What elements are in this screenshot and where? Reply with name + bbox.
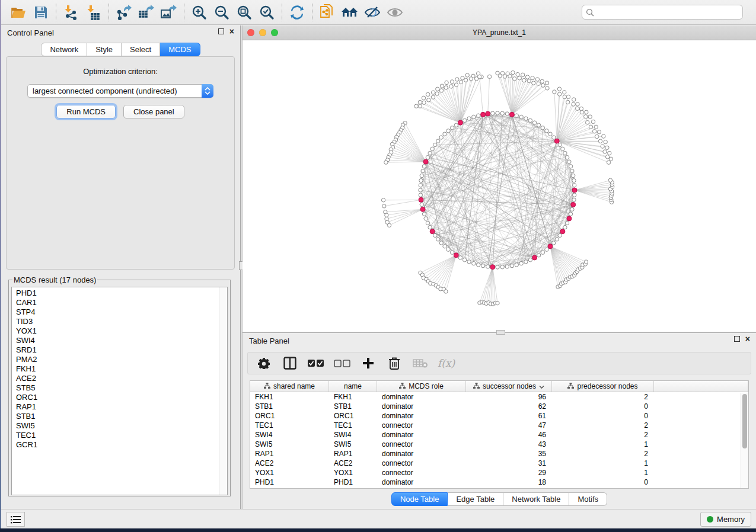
export-table-icon[interactable] xyxy=(135,2,158,23)
mcds-result-item[interactable]: TID3 xyxy=(16,317,219,326)
close-panel-icon[interactable]: × xyxy=(229,28,234,34)
tab-style[interactable]: Style xyxy=(87,43,122,56)
table-row[interactable]: YOX1YOX1connector291 xyxy=(250,468,748,477)
mcds-result-item[interactable]: PMA2 xyxy=(16,355,219,364)
mcds-result-item[interactable]: SWI4 xyxy=(16,336,219,345)
table-cell: PHD1 xyxy=(250,477,329,487)
tab-mcds[interactable]: MCDS xyxy=(160,43,200,56)
search-input[interactable] xyxy=(597,8,739,17)
column-header-label: successor nodes xyxy=(483,382,536,390)
save-session-icon[interactable] xyxy=(30,2,52,23)
table-row[interactable]: SWI4SWI4dominator462 xyxy=(250,430,748,440)
hide-selected-eye-icon[interactable] xyxy=(361,2,384,23)
horizontal-splitter-handle[interactable] xyxy=(496,330,505,335)
float-panel-icon[interactable] xyxy=(218,28,224,34)
clone-network-icon[interactable] xyxy=(316,2,339,23)
column-header-predecessor-nodes[interactable]: predecessor nodes xyxy=(552,381,654,392)
zoom-fit-icon[interactable] xyxy=(233,2,256,23)
table-cell: SWI4 xyxy=(250,430,329,440)
float-table-panel-icon[interactable] xyxy=(734,336,740,342)
table-settings-gear-icon[interactable] xyxy=(255,355,273,371)
table-row[interactable]: FKH1FKH1dominator962 xyxy=(250,392,748,402)
show-eye-icon[interactable] xyxy=(384,2,406,23)
mcds-result-item[interactable]: SRD1 xyxy=(16,345,219,355)
table-row[interactable]: ORC1ORC1dominator610 xyxy=(250,411,748,421)
network-window-titlebar[interactable]: YPA_prune.txt_1 xyxy=(243,25,756,40)
table-cell: PHD1 xyxy=(329,477,377,487)
control-panel-title: Control Panel xyxy=(7,28,54,37)
import-network-icon[interactable] xyxy=(60,2,82,23)
criterion-dropdown[interactable]: largest connected component (undirected) xyxy=(27,84,213,98)
tab-node-table[interactable]: Node Table xyxy=(391,492,448,506)
column-type-tree-icon xyxy=(264,382,270,390)
table-row[interactable]: RAP1RAP1dominator352 xyxy=(250,449,748,459)
select-all-columns-icon[interactable] xyxy=(307,355,325,371)
column-header-shared-name[interactable]: shared name xyxy=(250,381,329,392)
run-mcds-button[interactable]: Run MCDS xyxy=(56,105,116,118)
tab-motifs[interactable]: Motifs xyxy=(569,492,607,506)
deselect-all-columns-icon[interactable] xyxy=(333,355,351,371)
add-column-icon[interactable] xyxy=(359,355,377,371)
mcds-result-item[interactable]: GCR1 xyxy=(16,440,219,450)
column-header-label: MCDS role xyxy=(409,382,444,390)
table-cell: 2 xyxy=(552,449,654,459)
houses-icon[interactable] xyxy=(339,2,361,23)
table-scrollbar[interactable] xyxy=(741,393,748,488)
memory-button[interactable]: Memory xyxy=(700,512,751,527)
show-columns-icon[interactable] xyxy=(281,355,299,371)
column-header-successor-nodes[interactable]: successor nodes xyxy=(466,381,552,392)
mcds-result-item[interactable]: STP4 xyxy=(16,307,219,317)
column-header-MCDS-role[interactable]: MCDS role xyxy=(377,381,466,392)
close-panel-button[interactable]: Close panel xyxy=(123,105,184,118)
export-image-icon[interactable] xyxy=(158,2,180,23)
close-table-panel-icon[interactable]: × xyxy=(745,336,750,342)
table-cell: connector xyxy=(377,468,466,477)
table-cell: SWI5 xyxy=(250,440,329,449)
table-cell: RAP1 xyxy=(329,449,377,459)
zoom-in-icon[interactable] xyxy=(188,2,210,23)
open-file-icon[interactable] xyxy=(7,2,30,23)
mcds-result-list[interactable]: PHD1CAR1STP4TID3YOX1SWI4SRD1PMA2FKH1ACE2… xyxy=(11,287,228,495)
tab-edge-table[interactable]: Edge Table xyxy=(448,492,503,506)
mcds-result-item[interactable]: PHD1 xyxy=(16,289,219,298)
table-row[interactable]: TEC1TEC1connector472 xyxy=(250,421,748,430)
column-header-name[interactable]: name xyxy=(329,381,377,392)
application-window: Control Panel × NetworkStyleSelectMCDS O… xyxy=(1,0,756,528)
tab-select[interactable]: Select xyxy=(122,43,160,56)
mcds-result-item[interactable]: SWI5 xyxy=(16,421,219,431)
mcds-result-item[interactable]: TEC1 xyxy=(16,431,219,440)
mcds-list-scrollbar[interactable] xyxy=(219,287,227,495)
import-table-icon[interactable] xyxy=(82,2,105,23)
network-canvas[interactable] xyxy=(243,40,756,332)
table-row[interactable]: STB1STB1dominator620 xyxy=(250,402,748,411)
table-row[interactable]: ACE2ACE2connector311 xyxy=(250,459,748,468)
table-scrollbar-thumb[interactable] xyxy=(742,394,747,448)
table-cell: dominator xyxy=(377,392,466,402)
export-network-icon[interactable] xyxy=(113,2,135,23)
table-row[interactable]: PHD1PHD1dominator180 xyxy=(250,477,748,487)
table-cell: TEC1 xyxy=(250,421,329,430)
delete-column-trash-icon[interactable] xyxy=(385,355,403,371)
zoom-selected-icon[interactable] xyxy=(256,2,278,23)
table-row[interactable]: SWI5SWI5connector431 xyxy=(250,440,748,449)
table-cell: 18 xyxy=(466,477,552,487)
mcds-result-item[interactable]: ORC1 xyxy=(16,393,219,402)
mcds-result-item[interactable]: RAP1 xyxy=(16,402,219,412)
table-cell: 31 xyxy=(466,459,552,468)
mcds-result-item[interactable]: YOX1 xyxy=(16,326,219,336)
mcds-result-item[interactable]: STB5 xyxy=(16,383,219,393)
tab-network[interactable]: Network xyxy=(41,43,87,56)
task-history-button[interactable] xyxy=(7,512,25,527)
main-toolbar xyxy=(1,0,756,25)
table-panel: Table Panel × xyxy=(243,332,756,509)
delete-table-icon xyxy=(412,355,429,371)
mcds-result-item[interactable]: CAR1 xyxy=(16,298,219,307)
mcds-result-item[interactable]: ACE2 xyxy=(16,374,219,383)
mcds-result-item[interactable]: FKH1 xyxy=(16,364,219,374)
search-box[interactable] xyxy=(582,5,743,20)
mcds-result-item[interactable]: STB1 xyxy=(16,412,219,421)
network-window-title: YPA_prune.txt_1 xyxy=(243,28,756,37)
zoom-out-icon[interactable] xyxy=(210,2,233,23)
tab-network-table[interactable]: Network Table xyxy=(503,492,569,506)
refresh-icon[interactable] xyxy=(286,2,308,23)
